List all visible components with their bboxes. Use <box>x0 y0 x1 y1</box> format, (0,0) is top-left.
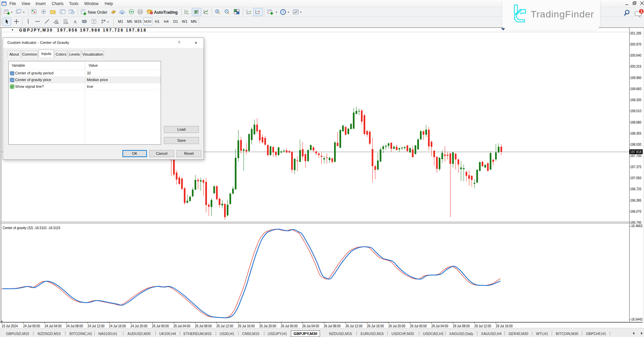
svg-text:TradingFinder: TradingFinder <box>531 9 594 19</box>
svg-text:E: E <box>57 22 59 24</box>
svg-text:T: T <box>93 20 95 23</box>
svg-text:A: A <box>73 19 77 24</box>
svg-text:123: 123 <box>11 79 14 81</box>
svg-text:123: 123 <box>11 72 14 75</box>
svg-text:F: F <box>67 22 68 24</box>
svg-text:1: 1 <box>641 9 643 13</box>
